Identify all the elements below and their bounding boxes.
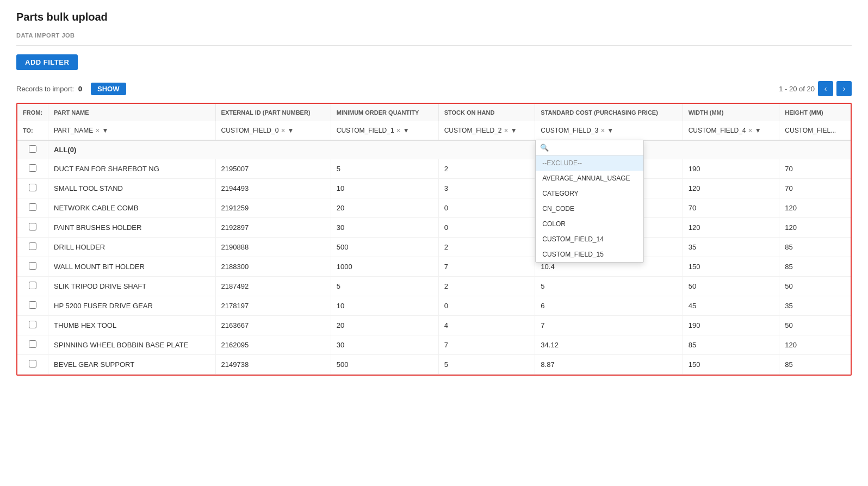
cell-height: 50 [779,277,851,296]
cell-stock: 2 [438,277,535,296]
row-checkbox-cell[interactable] [17,316,48,335]
cell-min-order: 10 [331,296,438,316]
all-checkbox-cell[interactable] [17,140,48,159]
show-button[interactable]: SHOW [91,83,126,95]
to-row: TO: PART_NAME × ▼ CUSTOM_FIELD_0 × [17,121,851,140]
cell-standard-cost: 5 [535,277,683,296]
divider [16,45,852,46]
table-wrapper: FROM: PART NAME EXTERNAL ID (PART NUMBER… [16,103,852,376]
row-checkbox[interactable] [29,262,36,270]
page-container: Parts bulk upload DATA IMPORT JOB ADD FI… [0,0,868,486]
row-checkbox[interactable] [29,184,36,191]
prev-page-button[interactable]: ‹ [818,81,833,96]
field-name-cf0: CUSTOM_FIELD_0 [221,127,279,134]
cell-part-name: SLIK TRIPOD DRIVE SHAFT [48,277,216,296]
clear-cf3[interactable]: × [600,126,605,135]
clear-part-name[interactable]: × [95,126,100,135]
cell-part-name: SPINNING WHEEL BOBBIN BASE PLATE [48,335,216,355]
cell-part-name: DUCT FAN FOR SHAREBOT NG [48,159,216,179]
records-label: Records to import: 0 [16,85,84,93]
clear-cf4[interactable]: × [748,126,752,135]
row-checkbox-cell[interactable] [17,296,48,316]
dropdown-cf1[interactable]: ▼ [403,127,410,134]
cell-part-name: PAINT BRUSHES HOLDER [48,218,216,238]
cell-stock: 5 [438,355,535,375]
cell-standard-cost: 8.87 [535,355,683,375]
row-checkbox-cell[interactable] [17,179,48,198]
cell-external-id: 2188300 [215,257,331,277]
records-count: 0 [78,85,82,93]
all-checkbox[interactable] [29,145,36,153]
cell-stock: 0 [438,198,535,218]
dropdown-search-container: 🔍 [536,140,643,155]
cell-stock: 2 [438,238,535,257]
cell-width: 190 [683,316,779,335]
cell-min-order: 30 [331,335,438,355]
cell-stock: 3 [438,179,535,198]
add-filter-button[interactable]: ADD FILTER [16,54,78,70]
dropdown-cf3[interactable]: ▼ [607,127,613,134]
dropdown-item-category[interactable]: CATEGORY [536,186,643,201]
field-name-cf5: CUSTOM_FIEL... [785,127,836,134]
row-checkbox-cell[interactable] [17,198,48,218]
row-checkbox[interactable] [29,282,36,289]
cell-width: 120 [683,218,779,238]
row-checkbox[interactable] [29,340,36,348]
dropdown-search-input[interactable] [552,144,639,152]
field-selector-cf1: CUSTOM_FIELD_1 × ▼ [331,121,438,140]
row-checkbox-cell[interactable] [17,159,48,179]
dropdown-item-cf15[interactable]: CUSTOM_FIELD_15 [536,247,643,262]
row-checkbox-cell[interactable] [17,277,48,296]
row-checkbox[interactable] [29,301,36,309]
cell-part-name: WALL MOUNT BIT HOLDER [48,257,216,277]
row-checkbox[interactable] [29,223,36,230]
table-row: PAINT BRUSHES HOLDER 2192897 30 0 120 12… [17,218,851,238]
dropdown-cf2[interactable]: ▼ [511,127,517,134]
row-checkbox-cell[interactable] [17,335,48,355]
table-row: THUMB HEX TOOL 2163667 20 4 7 190 50 [17,316,851,335]
row-checkbox[interactable] [29,321,36,328]
col-part-name: PART NAME [48,104,216,121]
next-page-button[interactable]: › [836,81,852,96]
cell-external-id: 2192897 [215,218,331,238]
cell-height: 50 [779,316,851,335]
toolbar-row: Records to import: 0 SHOW 1 - 20 of 20 ‹… [16,81,852,96]
field-selector-cf4: CUSTOM_FIELD_4 × ▼ [683,121,779,140]
dropdown-item-avg-annual[interactable]: AVERAGE_ANNUAL_USAGE [536,171,643,186]
row-checkbox[interactable] [29,203,36,211]
pagination: 1 - 20 of 20 ‹ › [779,81,852,96]
clear-cf2[interactable]: × [504,126,508,135]
dropdown-item-exclude[interactable]: --EXCLUDE-- [536,155,643,171]
dropdown-item-cf14[interactable]: CUSTOM_FIELD_14 [536,232,643,247]
clear-cf1[interactable]: × [396,126,401,135]
field-dropdown-menu: 🔍 --EXCLUDE-- AVERAGE_ANNUAL_USAGE CATEG… [535,140,644,263]
field-selector-cf0: CUSTOM_FIELD_0 × ▼ [215,121,331,140]
cell-height: 85 [779,238,851,257]
cell-external-id: 2195007 [215,159,331,179]
row-checkbox[interactable] [29,164,36,172]
cell-stock: 7 [438,335,535,355]
row-checkbox-cell[interactable] [17,238,48,257]
table-row: BEVEL GEAR SUPPORT 2149738 500 5 8.87 15… [17,355,851,375]
table-row: SPINNING WHEEL BOBBIN BASE PLATE 2162095… [17,335,851,355]
cell-stock: 7 [438,257,535,277]
cell-height: 85 [779,355,851,375]
cell-stock: 0 [438,218,535,238]
dropdown-cf0[interactable]: ▼ [288,127,294,134]
cell-width: 85 [683,335,779,355]
row-checkbox[interactable] [29,360,36,367]
row-checkbox-cell[interactable] [17,355,48,375]
dropdown-cf4[interactable]: ▼ [755,127,761,134]
cell-stock: 2 [438,159,535,179]
row-checkbox[interactable] [29,242,36,250]
cell-external-id: 2162095 [215,335,331,355]
row-checkbox-cell[interactable] [17,257,48,277]
table-row: WALL MOUNT BIT HOLDER 2188300 1000 7 10.… [17,257,851,277]
clear-cf0[interactable]: × [281,126,285,135]
dropdown-part-name[interactable]: ▼ [102,127,108,134]
dropdown-item-color[interactable]: COLOR [536,216,643,232]
row-checkbox-cell[interactable] [17,218,48,238]
dropdown-item-cn-code[interactable]: CN_CODE [536,201,643,216]
all-label: ALL(0) [48,140,851,159]
cell-width: 150 [683,257,779,277]
